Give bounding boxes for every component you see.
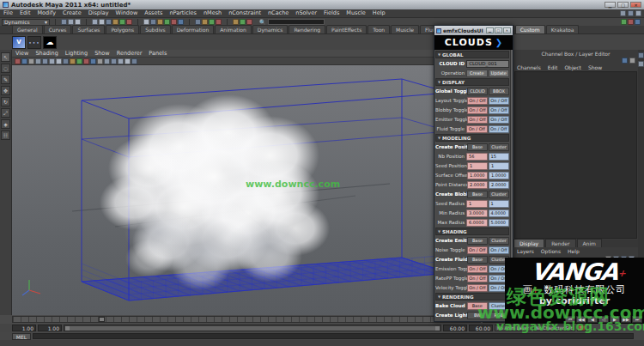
viewport-toolbar-icon[interactable] xyxy=(118,58,124,64)
nb-position-value-cluster[interactable]: 15 xyxy=(489,153,509,161)
render-icon[interactable] xyxy=(233,19,239,25)
viewport-toolbar-icon[interactable] xyxy=(35,58,41,64)
snap-icon[interactable] xyxy=(178,19,184,25)
menu-item-modify[interactable]: Modify xyxy=(33,9,59,17)
render-icon[interactable] xyxy=(240,19,246,25)
clouds-minimize-button[interactable]: ▁ xyxy=(486,27,494,33)
create-emitter-button-cluster[interactable]: Cluster xyxy=(489,237,509,245)
emission-toggle-button-base[interactable]: On / Off xyxy=(467,265,488,273)
file-ops-icon[interactable] xyxy=(61,19,67,25)
surface-offset-value-base[interactable]: 1.0000 xyxy=(467,172,488,179)
panel-row-shading[interactable]: ▼SHADING xyxy=(435,228,509,235)
noise-toggle-button-cluster[interactable]: On / Off xyxy=(489,246,509,254)
anim-start-field[interactable]: 1.00 xyxy=(12,325,36,331)
time-slider[interactable] xyxy=(12,316,481,323)
viewport-toolbar-icon[interactable] xyxy=(70,58,76,64)
shelf-tab-subdivs[interactable]: Subdivs xyxy=(140,25,171,33)
mel-tab[interactable]: MEL xyxy=(12,333,31,340)
max-radius-value-base[interactable]: 6.0000 xyxy=(466,219,487,227)
channel-box-menu-item-edit[interactable]: Edit xyxy=(544,64,562,70)
viewport-toolbar-icon[interactable] xyxy=(97,58,103,64)
move-tool-icon[interactable]: ✥ xyxy=(1,86,10,95)
channelbox-header-icon[interactable] xyxy=(622,58,628,64)
shelf-tab-general[interactable]: General xyxy=(12,25,43,33)
command-line-input[interactable] xyxy=(33,333,634,339)
viewport-toolbar-icon[interactable] xyxy=(42,58,48,64)
selection-mask-icon[interactable] xyxy=(112,19,118,25)
scale-tool-icon[interactable]: ⤢ xyxy=(1,108,10,118)
clouds-window-titlebar[interactable]: emfxCloudsUI ▁ □ ✕ xyxy=(434,26,513,35)
create-emitter-button-base[interactable]: Base xyxy=(467,237,488,245)
seed-position-value-base[interactable]: 1 xyxy=(467,162,488,170)
search-input[interactable] xyxy=(268,19,325,25)
selection-mask-icon[interactable] xyxy=(126,19,132,25)
global-toggle-button-base[interactable]: CLOUD xyxy=(467,88,488,95)
sidebar-toggle-icon[interactable] xyxy=(621,19,627,25)
clouds-close-button[interactable]: ✕ xyxy=(503,27,511,33)
viewport-toolbar-icon[interactable] xyxy=(104,58,110,64)
create-blobby-button-cluster[interactable]: Cluster xyxy=(489,191,509,198)
nb-position-value-base[interactable]: 56 xyxy=(466,153,487,161)
shelf-tab-painteffects[interactable]: PaintEffects xyxy=(326,25,367,33)
velocity-toggle-button-base[interactable]: On / Off xyxy=(467,284,488,292)
playback-end-field[interactable]: 60.00 xyxy=(443,325,467,331)
shelf-tab-muscle[interactable]: Muscle xyxy=(391,25,419,33)
viewport-toolbar-icon[interactable] xyxy=(21,58,27,64)
selection-mask-icon[interactable] xyxy=(99,19,105,25)
shelf-tab-curves[interactable]: Curves xyxy=(44,25,72,33)
snap-icon[interactable] xyxy=(150,19,156,25)
menubar-toggle-icon[interactable] xyxy=(620,10,626,16)
sidebar-toggle-icon[interactable] xyxy=(635,19,641,25)
history-icon[interactable] xyxy=(209,19,215,25)
surface-offset-value-cluster[interactable]: 1.0000 xyxy=(489,172,509,179)
menu-item-nsolver[interactable]: nSolver xyxy=(292,9,320,17)
viewport-toolbar-icon[interactable] xyxy=(125,58,131,64)
layer-editor-menu-item-layers[interactable]: Layers xyxy=(513,248,538,254)
snap-icon[interactable] xyxy=(157,19,163,25)
menu-item-assets[interactable]: Assets xyxy=(141,9,166,17)
history-icon[interactable] xyxy=(216,19,222,25)
viewport-toolbar-icon[interactable] xyxy=(76,58,82,64)
snap-icon[interactable] xyxy=(164,19,170,25)
maximize-button[interactable]: □ xyxy=(617,2,629,8)
viewport-menu-item-lighting[interactable]: Lighting xyxy=(62,50,91,57)
snap-icon[interactable] xyxy=(143,19,149,25)
channelbox-header-icon[interactable] xyxy=(629,58,635,64)
viewport-menu-item-shading[interactable]: Shading xyxy=(32,50,61,57)
menu-item-nmesh[interactable]: nMesh xyxy=(200,9,225,17)
menu-item-window[interactable]: Window xyxy=(112,9,142,17)
panel-toggle-icon[interactable] xyxy=(638,61,644,67)
range-slider-inner[interactable] xyxy=(65,326,440,331)
viewport-toolbar-icon[interactable] xyxy=(63,58,69,64)
fluid-toggle-button-cluster[interactable]: On / Off xyxy=(489,125,509,133)
cloud-id-input[interactable]: CLOUD_001 xyxy=(466,60,509,68)
viewport-menu-item-view[interactable]: View xyxy=(12,50,32,57)
menu-item-ncache[interactable]: nCache xyxy=(264,9,292,17)
viewport-toolbar-icon[interactable] xyxy=(28,58,34,64)
shelf-vanga-icon[interactable]: V xyxy=(12,36,26,49)
create-fluid-button-base[interactable]: Base xyxy=(467,256,488,264)
selection-mask-icon[interactable] xyxy=(119,19,125,25)
menu-item-fields[interactable]: Fields xyxy=(320,9,343,17)
menubar-toggle-icon[interactable] xyxy=(628,10,634,16)
shelf-cloud-icon[interactable]: ☁ xyxy=(43,36,57,49)
emitter-toggle-button-cluster[interactable]: On / Off xyxy=(489,116,509,124)
window-titlebar[interactable]: Autodesk Maya 2011 x64: untitled* ▁ □ ✕ xyxy=(0,0,644,9)
last-tool-icon[interactable]: ☷ xyxy=(1,131,10,140)
playback-start-field[interactable]: 1.00 xyxy=(38,325,62,331)
viewport-toolbar-icon[interactable] xyxy=(90,58,96,64)
ratepp-toggle-button-base[interactable]: On / Off xyxy=(467,275,488,282)
viewport-menu-item-panels[interactable]: Panels xyxy=(145,50,170,57)
history-icon[interactable] xyxy=(195,19,201,25)
menu-item-edit[interactable]: Edit xyxy=(16,9,34,17)
shelf-tab-polygons[interactable]: Polygons xyxy=(106,25,139,33)
viewport-menu-item-renderer[interactable]: Renderer xyxy=(113,50,146,57)
operation-button-base[interactable]: Create xyxy=(466,70,487,77)
layer-editor-menu-item-options[interactable]: Options xyxy=(538,248,564,254)
channel-box-body[interactable] xyxy=(514,71,637,239)
render-icon[interactable] xyxy=(246,19,252,25)
layer-editor-tab-display[interactable]: Display xyxy=(513,239,544,247)
panel-toggle-icon[interactable] xyxy=(638,52,644,58)
menubar-toggle-icon[interactable] xyxy=(635,10,641,16)
seed-position-value-cluster[interactable]: 1 xyxy=(489,162,509,170)
